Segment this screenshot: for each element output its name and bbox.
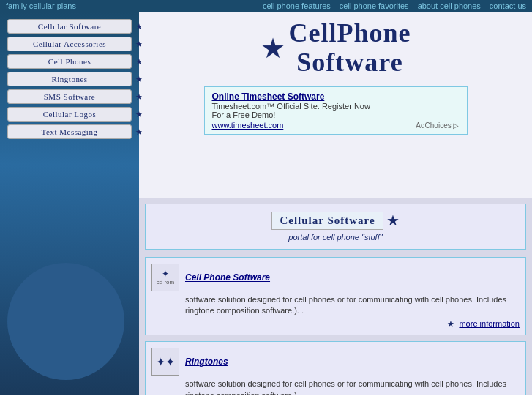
item-more-link-1[interactable]: more information [459, 319, 520, 328]
nav-right: cell phone features cell phone favorites… [263, 1, 526, 10]
nav-star-6: ★ [135, 110, 143, 119]
sidebar-item-cellular-logos[interactable]: Cellular Logos ★ [7, 107, 132, 122]
featured-subtitle: portal for cell phone "stuff" [153, 233, 518, 242]
ad-line1: Timesheet.com™ Official Site. Register N… [212, 102, 460, 111]
nav-star-5: ★ [135, 92, 143, 102]
ad-url[interactable]: www.timesheet.com [212, 121, 284, 130]
logo-line2: Software [289, 48, 411, 78]
sidebar-item-text-messaging[interactable]: Text Messaging ★ [7, 124, 132, 139]
nav-star-2: ★ [135, 40, 143, 49]
item-header-2: ✦✦ Ringtones [151, 348, 520, 376]
ad-box: Online Timesheet Software Timesheet.com™… [204, 86, 468, 135]
right-panel: ★ CellPhone Software Online Timesheet So… [139, 12, 532, 395]
ad-line2: For a Free Demo! [212, 111, 460, 119]
item-icon-cdrom: ✦ cd rom [151, 264, 179, 291]
nav-family-cellular[interactable]: family cellular plans [6, 1, 76, 10]
sidebar-item-cellular-accessories[interactable]: Cellular Accessories ★ [7, 37, 132, 51]
nav-cell-favorites[interactable]: cell phone favorites [340, 1, 409, 10]
logo-line1: CellPhone [289, 19, 411, 48]
sidebar-item-ringtones[interactable]: Ringtones ★ [7, 72, 132, 86]
sidebar-item-cellular-software[interactable]: Cellular Software ★ [7, 19, 132, 34]
featured-star: ★ [386, 212, 400, 229]
featured-title: Cellular Software [271, 212, 383, 230]
item-more-star-1: ★ [447, 319, 454, 328]
nav-star-4: ★ [135, 75, 143, 84]
nav-left: family cellular plans [6, 1, 76, 10]
nav-cell-features[interactable]: cell phone features [263, 1, 331, 10]
nav-star-1: ★ [135, 22, 143, 31]
item-icon-ringtones: ✦✦ [151, 348, 179, 376]
nav-star-3: ★ [135, 57, 143, 67]
logo-text: CellPhone Software [289, 19, 411, 77]
sidebar: Cellular Software ★ Cellular Accessories… [0, 12, 139, 395]
logo-area: ★ CellPhone Software Online Timesheet So… [139, 12, 532, 198]
item-header-1: ✦ cd rom Cell Phone Software [151, 264, 520, 291]
top-nav: family cellular plans cell phone feature… [0, 0, 532, 12]
nav-contact[interactable]: contact us [490, 1, 526, 10]
item-more-1: ★ more information [151, 319, 520, 329]
sidebar-item-sms-software[interactable]: SMS Software ★ [7, 89, 132, 104]
sidebar-item-cell-phones[interactable]: Cell Phones ★ [7, 54, 132, 69]
item-card-cell-phone-software: ✦ cd rom Cell Phone Software software so… [145, 257, 526, 336]
item-desc-2: software solution designed for cell phon… [185, 379, 520, 395]
item-desc-1: software solution designed for cell phon… [185, 294, 520, 317]
logo-star-left: ★ [261, 32, 285, 64]
main-wrapper: Cellular Software ★ Cellular Accessories… [0, 12, 532, 395]
content-area: Cellular Software ★ portal for cell phon… [139, 198, 532, 395]
item-card-ringtones: ✦✦ Ringtones software solution designed … [145, 341, 526, 395]
nav-star-7: ★ [135, 127, 143, 137]
logo-container: ★ CellPhone Software [139, 12, 532, 81]
nav-about[interactable]: about cell phones [418, 1, 481, 10]
item-title-2[interactable]: Ringtones [185, 357, 228, 367]
ad-choices[interactable]: AdChoices ▷ [416, 122, 459, 130]
ad-title[interactable]: Online Timesheet Software [212, 92, 325, 102]
sidebar-decoration [7, 263, 124, 380]
featured-box: Cellular Software ★ portal for cell phon… [145, 204, 526, 250]
item-title-1[interactable]: Cell Phone Software [185, 272, 270, 283]
